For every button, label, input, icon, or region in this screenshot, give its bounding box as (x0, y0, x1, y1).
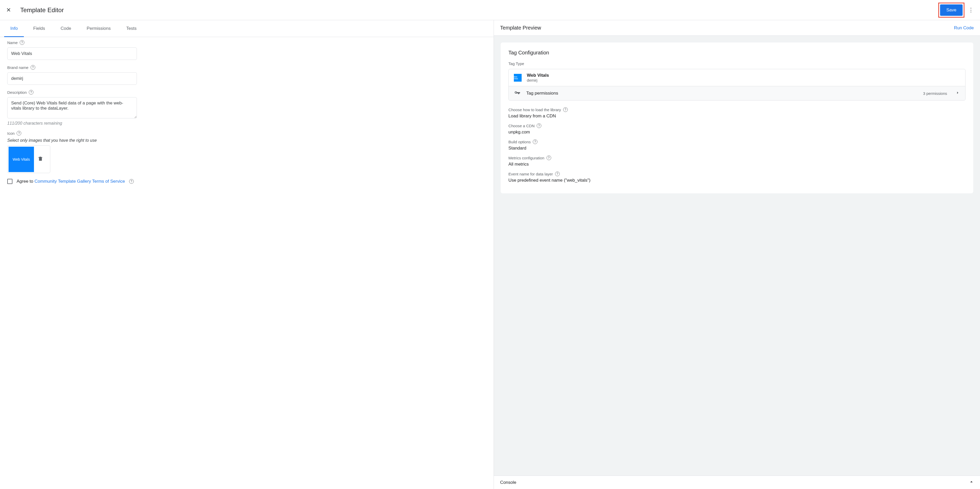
chevron-up-icon (969, 479, 974, 485)
help-icon[interactable]: ? (547, 156, 551, 160)
config-item: Build options?Standard (508, 140, 966, 151)
help-icon[interactable]: ? (555, 171, 560, 176)
name-label: Name (7, 40, 18, 45)
template-icon-preview: Web Vitals (8, 147, 34, 172)
help-icon[interactable]: ? (129, 179, 134, 184)
more-icon[interactable]: ⋮ (968, 7, 974, 13)
icon-label: Icon (7, 131, 14, 135)
tag-type-label: Tag Type (508, 62, 966, 66)
config-value: unpkg.com (508, 130, 966, 135)
description-label: Description (7, 90, 27, 95)
tab-tests[interactable]: Tests (118, 20, 145, 37)
config-value: All metrics (508, 162, 966, 167)
config-item: Choose a CDN?unpkg.com (508, 123, 966, 135)
config-label: Event name for data layer (508, 172, 553, 176)
config-label: Build options (508, 140, 531, 144)
tag-permissions-count: 3 permissions (923, 91, 947, 95)
icon-preview-box: Web Vitals (7, 145, 50, 173)
tab-info[interactable]: Info (3, 20, 25, 37)
config-label: Metrics configuration (508, 156, 544, 160)
config-item: Metrics configuration?All metrics (508, 156, 966, 167)
tag-config-card: Tag Configuration Tag Type Web Vitals We… (501, 43, 973, 193)
help-icon[interactable]: ? (537, 123, 541, 128)
help-icon[interactable]: ? (29, 90, 33, 95)
save-button[interactable]: Save (940, 5, 963, 16)
close-icon[interactable]: ✕ (6, 7, 11, 13)
tab-fields[interactable]: Fields (25, 20, 52, 37)
description-counter: 111/200 characters remaining (7, 121, 137, 126)
agree-checkbox[interactable] (7, 179, 13, 184)
brand-input[interactable] (7, 72, 137, 85)
config-label: Choose how to load the library (508, 108, 561, 112)
config-item: Event name for data layer?Use predefined… (508, 171, 966, 183)
config-value: Use predefined event name ("web_vitals") (508, 178, 966, 183)
console-title: Console (500, 480, 516, 485)
icon-note: Select only images that you have the rig… (7, 138, 137, 143)
page-title: Template Editor (20, 6, 938, 14)
help-icon[interactable]: ? (533, 140, 538, 144)
preview-pane: Template Preview Run Code Tag Configurat… (494, 20, 980, 489)
preview-title: Template Preview (500, 25, 541, 31)
console-toggle[interactable]: Console (494, 476, 980, 489)
run-code-button[interactable]: Run Code (954, 25, 974, 30)
agree-prefix: Agree to (17, 179, 35, 184)
help-icon[interactable]: ? (17, 131, 21, 135)
config-value: Load library from a CDN (508, 113, 966, 119)
editor-header: ✕ Template Editor Save ⋮ (0, 0, 980, 20)
config-value: Standard (508, 146, 966, 151)
tag-permissions-row[interactable]: Tag permissions 3 permissions (509, 86, 965, 100)
tag-permissions-label: Tag permissions (526, 91, 917, 96)
chevron-right-icon (955, 90, 960, 96)
tag-type-row: Web Vitals Web Vitals demirj (509, 69, 965, 86)
description-input[interactable] (7, 97, 137, 118)
brand-label: Brand name (7, 65, 29, 70)
config-item: Choose how to load the library?Load libr… (508, 107, 966, 119)
editor-left-pane: Info Fields Code Permissions Tests Name … (0, 20, 494, 489)
card-title: Tag Configuration (508, 50, 966, 56)
trash-icon[interactable] (38, 156, 43, 163)
tag-name: Web Vitals (527, 73, 549, 78)
key-icon (514, 90, 520, 97)
tag-icon: Web Vitals (514, 74, 522, 82)
tab-permissions[interactable]: Permissions (79, 20, 118, 37)
tab-code[interactable]: Code (53, 20, 79, 37)
help-icon[interactable]: ? (563, 107, 568, 112)
agree-link[interactable]: Community Template Gallery Terms of Serv… (35, 179, 125, 184)
tag-subtitle: demirj (527, 78, 549, 83)
config-label: Choose a CDN (508, 124, 535, 128)
name-input[interactable] (7, 48, 137, 60)
help-icon[interactable]: ? (30, 65, 35, 70)
editor-tabs: Info Fields Code Permissions Tests (0, 20, 494, 37)
save-highlight-box: Save (938, 3, 964, 17)
help-icon[interactable]: ? (20, 40, 24, 45)
info-form: Name ? Brand name ? Description ? 111/20 (0, 37, 494, 489)
